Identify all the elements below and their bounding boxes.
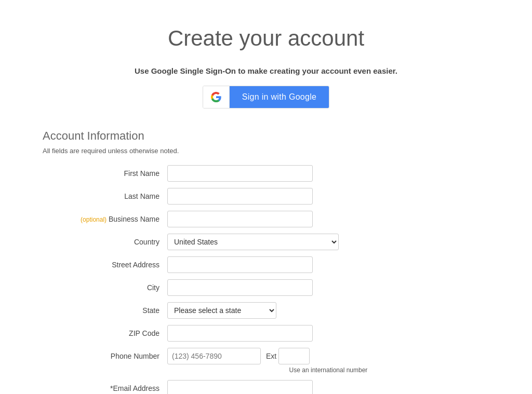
optional-tag: (optional) xyxy=(81,216,107,223)
google-button-label: Sign in with Google xyxy=(230,86,329,108)
phone-number-input[interactable] xyxy=(167,348,261,364)
street-address-row: Street Address xyxy=(43,256,489,273)
email-address-input[interactable] xyxy=(167,380,313,394)
street-address-input[interactable] xyxy=(167,256,313,273)
last-name-row: Last Name xyxy=(43,188,489,205)
phone-number-row: Phone Number Ext xyxy=(43,348,489,364)
ext-label: Ext xyxy=(266,352,276,360)
email-address-label: *Email Address xyxy=(43,384,167,392)
email-asterisk: * xyxy=(110,384,113,392)
email-address-row: *Email Address xyxy=(43,380,489,394)
sso-description: Use Google Single Sign-On to make creati… xyxy=(43,66,489,75)
first-name-input[interactable] xyxy=(167,165,313,182)
first-name-row: First Name xyxy=(43,165,489,182)
google-icon xyxy=(210,91,222,103)
zip-code-label: ZIP Code xyxy=(43,329,167,337)
zip-code-input[interactable] xyxy=(167,325,313,342)
business-name-input[interactable] xyxy=(167,211,313,227)
ext-input[interactable] xyxy=(278,348,310,364)
page-container: Create your account Use Google Single Si… xyxy=(32,10,500,394)
country-row: Country United States Canada United King… xyxy=(43,234,489,250)
street-address-label: Street Address xyxy=(43,261,167,269)
city-label: City xyxy=(43,283,167,292)
state-row: State Please select a state Alabama Alas… xyxy=(43,302,489,319)
first-name-label: First Name xyxy=(43,169,167,178)
sso-section: Use Google Single Sign-On to make creati… xyxy=(43,66,489,108)
city-input[interactable] xyxy=(167,279,313,296)
state-label: State xyxy=(43,306,167,315)
section-title: Account Information xyxy=(43,129,489,143)
account-info-section: Account Information All fields are requi… xyxy=(43,129,489,394)
last-name-label: Last Name xyxy=(43,192,167,200)
business-name-row: (optional) Business Name xyxy=(43,211,489,227)
state-select[interactable]: Please select a state Alabama Alaska Ari… xyxy=(167,302,276,319)
city-row: City xyxy=(43,279,489,296)
intl-note: Use an international number xyxy=(167,366,489,374)
country-label: Country xyxy=(43,238,167,246)
phone-number-label: Phone Number xyxy=(43,352,167,360)
last-name-input[interactable] xyxy=(167,188,313,205)
zip-code-row: ZIP Code xyxy=(43,325,489,342)
google-icon-box xyxy=(203,86,230,108)
google-signin-button[interactable]: Sign in with Google xyxy=(203,86,330,108)
business-name-label: (optional) Business Name xyxy=(43,215,167,223)
country-select[interactable]: United States Canada United Kingdom Aust… xyxy=(167,234,339,250)
page-title: Create your account xyxy=(43,26,489,51)
required-note: All fields are required unless otherwise… xyxy=(43,147,489,155)
